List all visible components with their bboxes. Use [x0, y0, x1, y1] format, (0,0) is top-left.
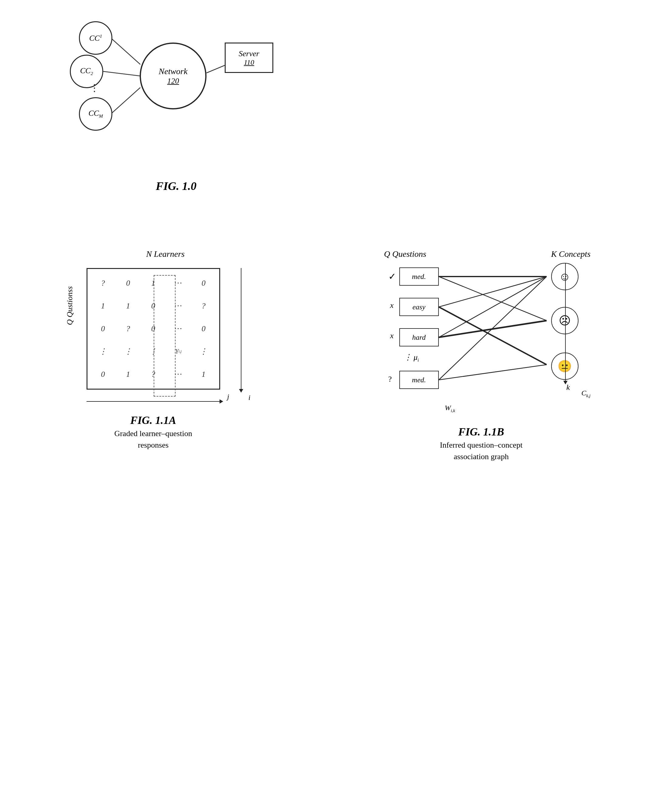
cc2-sub: 2	[90, 71, 93, 76]
ccm-node: CCM	[79, 97, 112, 130]
matrix-cell-4-2: ?	[141, 363, 166, 386]
matrix-cell-2-4: 0	[191, 317, 216, 340]
matrix-cell-1-4: ?	[191, 295, 216, 317]
matrix-cell-1-0: 1	[90, 295, 116, 317]
fig11b-mark-4: ?	[389, 375, 392, 384]
fig11a-q-label: Q Qustionss	[65, 286, 74, 325]
fig11b-caption-sub2: association graph	[454, 452, 509, 461]
fig11b-qbox-1: med.	[399, 267, 439, 286]
fig11a-diagram: Q Qustionss ? 0 1 ··· 0 1 1 0 ···	[68, 262, 238, 408]
fig11a-matrix-border: ? 0 1 ··· 0 1 1 0 ··· ? 0 ? 0 ··· 0	[87, 268, 220, 390]
fig11b-mark-2: x	[390, 301, 394, 310]
fig11b-q-label: Q Questions	[384, 249, 426, 259]
fig11b-k-axis-label: k	[566, 383, 570, 392]
matrix-cell-1-1: 1	[116, 295, 141, 317]
matrix-cell-2-3: ···	[166, 317, 191, 340]
network-label: Network	[159, 66, 188, 77]
matrix-cell-4-3: ···	[166, 363, 191, 386]
fig11b-k-label: K Concepts	[551, 249, 591, 259]
fig11a-caption-sub2: responses	[138, 441, 169, 450]
fig11b-caption-sub1: Inferred question–concept	[440, 441, 522, 450]
matrix-cell-0-3: ···	[166, 272, 191, 295]
cc1-sub: 1	[100, 34, 102, 39]
matrix-cell-3-1: ⋮	[116, 340, 141, 363]
cc2-label: CC2	[80, 66, 93, 76]
fig11b-c-label: Ck,j	[582, 389, 591, 398]
fig11b-k-arrow	[565, 263, 566, 381]
network-sub: 120	[167, 77, 179, 86]
matrix-cell-0-2: 1	[141, 272, 166, 295]
matrix-cell-1-3: ···	[166, 295, 191, 317]
ccm-label: CCM	[88, 109, 103, 119]
matrix-cell-2-1: ?	[116, 317, 141, 340]
fig11a-i-arrowhead	[239, 389, 243, 393]
matrix-cell-3-3: Yi,j	[166, 340, 191, 363]
svg-line-8	[439, 277, 546, 337]
fig11b-w-label: Wi,k	[445, 404, 455, 413]
svg-line-1	[103, 71, 140, 76]
fig11a-caption-title: FIG. 1.1A	[130, 414, 176, 427]
fig10-caption: FIG. 1.0	[61, 179, 291, 193]
matrix-cell-2-2: 0	[141, 317, 166, 340]
fig11a-i-arrow: i	[241, 268, 241, 390]
svg-line-2	[111, 87, 140, 114]
svg-line-6	[439, 277, 546, 307]
fig11a-container: N Learners Q Qustionss ? 0 1 ··· 0 1	[15, 249, 291, 461]
fig11b-concept-2: ☹	[551, 307, 578, 334]
fig11b-qbox-2: easy	[399, 298, 439, 316]
matrix-cell-3-4: ⋮	[191, 340, 216, 363]
fig11a-j-arrowhead	[220, 399, 223, 404]
fig11b-concept-1: ☺	[551, 263, 578, 290]
fig11b-qbox-3: hard	[399, 328, 439, 346]
fig11b-concept-3: 😐	[551, 353, 578, 380]
matrix-cell-3-0: ⋮	[90, 340, 116, 363]
server-sub: 110	[244, 58, 254, 66]
fig11a-j-label: j	[227, 393, 229, 401]
fig11b-mark-1: ✓	[389, 271, 396, 282]
fig11a-j-arrow: j	[87, 401, 220, 402]
matrix-cell-0-0: ?	[90, 272, 116, 295]
fig11a-i-label: i	[248, 393, 251, 402]
fig10-dots: ⋮	[90, 82, 100, 93]
svg-line-11	[439, 365, 546, 380]
svg-line-7	[439, 307, 546, 365]
cc1-label: CC1	[89, 34, 102, 43]
fig11b-mu-i: ⋮ μi	[404, 353, 419, 363]
ccm-sub: M	[99, 114, 103, 119]
matrix-cell-1-2: 0	[141, 295, 166, 317]
fig11b-mark-3: x	[390, 331, 394, 340]
fig10-diagram: CC1 CC2 ⋮ CCM Network 120 Server 110	[61, 12, 291, 170]
fig11b-qbox-4: med.	[399, 371, 439, 389]
matrix-cell-4-1: 1	[116, 363, 141, 386]
fig11b-caption-title: FIG. 1.1B	[458, 425, 504, 438]
fig11a-matrix: ? 0 1 ··· 0 1 1 0 ··· ? 0 ? 0 ··· 0	[87, 269, 219, 389]
svg-line-0	[111, 38, 140, 64]
matrix-cell-0-4: 0	[191, 272, 216, 295]
fig11b-diagram: Q Questions K Concepts	[366, 249, 597, 419]
svg-line-5	[439, 277, 546, 321]
bottom-row: N Learners Q Qustionss ? 0 1 ··· 0 1	[15, 249, 647, 461]
cc1-node: CC1	[79, 21, 112, 55]
matrix-cell-0-1: 0	[116, 272, 141, 295]
fig11a-caption-sub1: Graded learner–question	[114, 429, 192, 438]
server-node: Server 110	[225, 42, 273, 73]
svg-line-9	[439, 321, 546, 337]
fig11a-n-learners-label: N Learners	[146, 249, 185, 259]
server-label: Server	[239, 49, 259, 58]
svg-line-10	[439, 277, 546, 380]
network-node: Network 120	[140, 42, 207, 110]
fig11b-container: Q Questions K Concepts	[315, 249, 647, 461]
matrix-cell-3-2: ⋮	[141, 340, 166, 363]
matrix-cell-2-0: 0	[90, 317, 116, 340]
svg-line-3	[207, 65, 225, 73]
matrix-cell-4-0: 0	[90, 363, 116, 386]
matrix-cell-4-4: 1	[191, 363, 216, 386]
